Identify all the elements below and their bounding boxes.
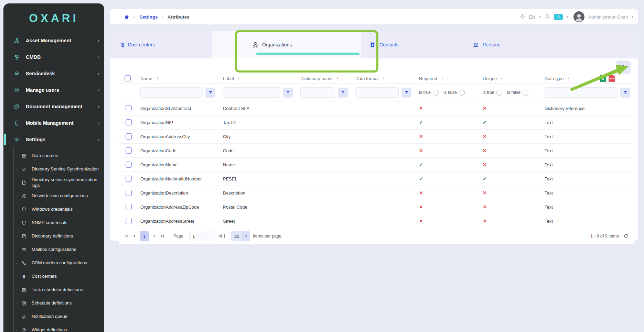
sidebar-item-gsm-modem-configurations[interactable]: GSM modem configurations	[3, 256, 104, 270]
column-menu-icon[interactable]: ⋮	[155, 76, 160, 81]
column-header-data-format[interactable]: Data format ⋮	[351, 76, 415, 81]
radio-is-false[interactable]	[523, 90, 528, 96]
table-row[interactable]: OrganizationCode Code ✕ ✕ Text	[119, 144, 634, 158]
sidebar-item-manage-users[interactable]: Manage users ▾	[3, 82, 104, 98]
filter-button[interactable]	[283, 88, 293, 98]
table-row[interactable]: OrganizationDescription Description ✕ ✕ …	[119, 186, 634, 200]
chevron-down-icon[interactable]: ▾	[539, 15, 541, 19]
dictionary-icon	[21, 234, 26, 239]
breadcrumb-current-attributes[interactable]: Attributes	[168, 14, 190, 20]
filter-input-data-format[interactable]	[355, 87, 399, 98]
sidebar-item-windows-credentials[interactable]: Windows credentials	[3, 203, 104, 216]
column-header-name[interactable]: Name ⋮	[136, 76, 219, 81]
sidebar-item-mailbox-configurations[interactable]: Mailbox configurations	[3, 243, 104, 256]
select-all-checkbox[interactable]	[125, 75, 131, 81]
filter-input-name[interactable]	[140, 87, 203, 98]
column-header-required[interactable]: Required ⋮	[415, 76, 479, 81]
prev-page-button[interactable]	[132, 234, 137, 239]
notifications-bell-icon[interactable]	[544, 13, 550, 21]
cell-required: ✕	[415, 106, 479, 111]
sidebar-item-document-management[interactable]: Document management ▾	[3, 98, 104, 115]
tab-organizations[interactable]: Organizations	[212, 31, 361, 58]
bell-icon	[21, 314, 26, 319]
breadcrumb-link-settings[interactable]: Settings	[139, 14, 158, 20]
column-header-data-type[interactable]: Data type ⋮	[540, 76, 634, 81]
column-header-dictionary-name[interactable]: Dictionary name ⋮	[296, 76, 351, 81]
page-number-input[interactable]	[189, 231, 215, 241]
radio-is-true[interactable]	[496, 90, 502, 96]
filter-input-label[interactable]	[223, 87, 280, 98]
home-icon[interactable]	[124, 14, 130, 20]
table-row[interactable]: OrganizationAddressCity City ✕ ✕ Text	[119, 130, 634, 144]
tab-cost-centers[interactable]: $ Cost centers	[110, 31, 212, 58]
last-page-button[interactable]	[160, 234, 165, 239]
page-size-select[interactable]: 20 ▼	[231, 231, 250, 241]
sidebar-item-widget-definitions[interactable]: Widget definitions	[3, 323, 104, 332]
sidebar-item-schedule-definitions[interactable]: Schedule definitions	[3, 297, 104, 310]
column-header-unique[interactable]: Unique ⋮	[479, 76, 540, 81]
sidebar-item-asset-management[interactable]: Asset Management ▾	[3, 32, 104, 49]
next-page-button[interactable]	[152, 234, 157, 239]
filter-required: is true is false	[415, 90, 479, 96]
sidebar-item-mobile-management[interactable]: Mobile Management ▾	[3, 115, 104, 131]
column-menu-icon[interactable]: ⋮	[382, 76, 386, 81]
filter-button[interactable]	[205, 88, 215, 98]
table-row[interactable]: OrganizationNationalIdNumber PESEL ✓ ✓ T…	[119, 172, 634, 186]
page-1-button[interactable]: 1	[140, 231, 149, 241]
column-menu-icon[interactable]: ⋮	[500, 76, 504, 81]
tab-contacts[interactable]: Contacts	[361, 31, 464, 58]
table-row[interactable]: OrganizationAddressStreet Street ✕ ✕ Tex…	[119, 214, 634, 228]
table-row[interactable]: OrganizationSLAContract Contract SLA ✕ ✕…	[119, 101, 634, 115]
language-selector[interactable]: EN	[529, 14, 535, 20]
sidebar-item-cost-centers[interactable]: $ Cost centers	[3, 270, 104, 283]
column-menu-icon[interactable]: ⋮	[237, 76, 241, 81]
add-attribute-button[interactable]: +	[616, 60, 631, 74]
sidebar-item-snmp-credentials[interactable]: SNMP credentials	[3, 216, 104, 230]
first-page-button[interactable]	[124, 234, 129, 239]
row-checkbox[interactable]	[126, 204, 132, 210]
row-checkbox[interactable]	[126, 162, 132, 168]
sidebar-item-network-scan-configurations[interactable]: Network scan configurations	[3, 189, 104, 203]
tab-persons[interactable]: Persons	[464, 31, 638, 58]
page-of-label: of 1	[218, 234, 226, 239]
sidebar-item-notification-queue[interactable]: Notification queue	[3, 310, 104, 323]
refresh-icon[interactable]	[623, 233, 629, 239]
sidebar-item-directory-service-synchronization-logs[interactable]: Directory service synchronization logs	[3, 176, 104, 189]
radio-is-true[interactable]	[433, 90, 439, 96]
table-row[interactable]: OrganizationAddressZipCode Postal Code ✕…	[119, 200, 634, 214]
filter-input-data-type[interactable]	[545, 87, 618, 98]
table-row[interactable]: OrganizationName Name ✓ ✕ Text	[119, 158, 634, 172]
row-checkbox[interactable]	[126, 190, 132, 196]
filter-button[interactable]	[620, 88, 630, 98]
column-menu-icon[interactable]: ⋮	[335, 76, 340, 81]
row-checkbox[interactable]	[126, 176, 132, 182]
export-excel-icon[interactable]: X	[600, 75, 606, 82]
filter-button[interactable]	[401, 88, 411, 98]
export-pdf-icon[interactable]: PDF	[609, 75, 615, 82]
row-checkbox[interactable]	[126, 147, 132, 154]
column-header-label[interactable]: Label ⋮	[219, 76, 296, 81]
row-checkbox[interactable]	[126, 105, 132, 111]
sidebar-item-dictionary-definitions[interactable]: Dictionary definitions	[3, 230, 104, 243]
chevron-down-icon[interactable]: ▾	[567, 15, 568, 19]
filter-input-dictionary-name[interactable]	[300, 87, 335, 98]
sidebar-item-servicedesk[interactable]: Servicedesk ▾	[3, 65, 104, 82]
row-checkbox[interactable]	[126, 133, 132, 140]
table-row[interactable]: OrganizationNIP Tax ID ✓ ✓ Text	[119, 115, 634, 130]
row-checkbox[interactable]	[126, 119, 132, 125]
attributes-grid: Name ⋮ Label ⋮ Dictionary name ⋮ Data fo…	[119, 73, 634, 228]
sidebar-item-data-sources[interactable]: Data sources	[3, 149, 104, 163]
sidebar-item-task-scheduler-definitions[interactable]: Task scheduler definitions	[3, 283, 104, 297]
sidebar-item-directory-service-synchronization[interactable]: Directory Service Synchronization	[3, 163, 104, 176]
filter-button[interactable]	[338, 88, 348, 98]
row-checkbox[interactable]	[126, 218, 132, 224]
radio-is-false[interactable]	[459, 90, 465, 96]
avatar[interactable]	[573, 11, 584, 22]
chevron-down-icon[interactable]: ▾	[632, 15, 633, 19]
column-menu-icon[interactable]: ⋮	[567, 76, 571, 81]
settings-gear-icon[interactable]	[519, 13, 525, 21]
cell-data-type: Text	[540, 148, 634, 153]
column-menu-icon[interactable]: ⋮	[440, 76, 444, 81]
sidebar-item-cmdb[interactable]: CMDB ▾	[3, 49, 104, 65]
sidebar-item-settings[interactable]: Settings ▾	[3, 131, 104, 148]
